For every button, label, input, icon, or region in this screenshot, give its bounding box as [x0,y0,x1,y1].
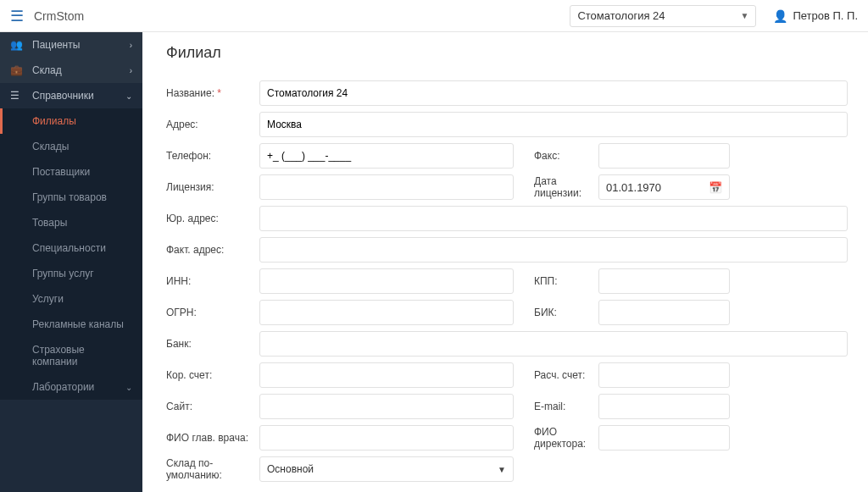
sidebar-item-label: Склад [32,64,62,76]
legal-address-input[interactable] [259,206,848,231]
sidebar-sub-products[interactable]: Товары [0,210,142,235]
sidebar-sub-services[interactable]: Услуги [0,286,142,312]
user-icon: 👤 [773,9,787,23]
label-email: E-mail: [529,401,598,412]
list-icon: ☰ [10,90,24,102]
branch-form: Название: * Адрес: Телефон: Факс: Лиценз… [166,80,848,492]
sidebar-item-stock[interactable]: 💼 Склад › [0,58,142,83]
sidebar-item-patients[interactable]: 👥 Пациенты › [0,32,142,58]
org-selector[interactable]: Стоматология 24 ▼ [570,5,756,27]
license-input[interactable] [259,174,514,200]
label-phone: Телефон: [166,150,259,162]
phone-input[interactable] [259,143,514,169]
sidebar-item-label: Справочники [32,90,94,102]
fact-address-input[interactable] [259,237,848,263]
app-brand: CrmStom [34,9,84,23]
label-kpp: КПП: [529,275,598,287]
user-menu[interactable]: 👤 Петров П. П. [773,9,858,23]
chevron-down-icon: ▼ [498,465,506,474]
patients-icon: 👥 [10,39,24,51]
sidebar: 👥 Пациенты › 💼 Склад › ☰ Справочники ⌄ Ф… [0,32,142,492]
director-input[interactable] [598,425,730,451]
label-default-stock: Склад по-умолчанию: [166,457,259,481]
sidebar-sub-specialties[interactable]: Специальности [0,235,142,261]
license-date-input[interactable]: 01.01.1970 📅 [598,174,730,200]
ras-acct-input[interactable] [598,362,730,388]
label-license: Лицензия: [166,181,259,193]
chevron-right-icon: › [130,41,132,50]
chevron-right-icon: › [130,66,132,75]
fax-input[interactable] [598,143,730,169]
label-inn: ИНН: [166,275,259,287]
label-fact-address: Факт. адрес: [166,244,259,256]
email-input[interactable] [598,394,730,419]
label-name: Название: * [166,87,259,99]
sidebar-sub-ad-channels[interactable]: Рекламные каналы [0,312,142,337]
label-bank: Банк: [166,338,259,350]
sidebar-sub-suppliers[interactable]: Поставщики [0,159,142,185]
sidebar-submenu-dicts: Филиалы Склады Поставщики Группы товаров… [0,108,142,400]
default-stock-value: Основной [267,463,314,475]
bank-input[interactable] [259,331,848,357]
sidebar-sub-product-groups[interactable]: Группы товаров [0,185,142,210]
user-name: Петров П. П. [793,9,858,22]
chevron-down-icon: ▼ [740,11,748,20]
kor-acct-input[interactable] [259,362,514,388]
address-input[interactable] [259,112,848,137]
main-content: Филиал Название: * Адрес: Телефон: Факс:… [142,32,868,492]
ogrn-input[interactable] [259,300,514,325]
label-director: ФИО директора: [529,426,598,450]
menu-toggle-icon[interactable]: ☰ [10,7,24,25]
name-input[interactable] [259,80,848,106]
topbar: ☰ CrmStom Стоматология 24 ▼ 👤 Петров П. … [0,0,868,32]
label-kor-acct: Кор. счет: [166,369,259,381]
site-input[interactable] [259,394,514,419]
sidebar-item-dicts[interactable]: ☰ Справочники ⌄ [0,83,142,108]
label-ogrn: ОГРН: [166,307,259,318]
sidebar-sub-labs[interactable]: Лаборатории ⌄ [0,374,142,400]
sidebar-sub-service-groups[interactable]: Группы услуг [0,261,142,286]
label-bik: БИК: [529,307,598,318]
kpp-input[interactable] [598,268,730,294]
head-doctor-input[interactable] [259,425,514,451]
briefcase-icon: 💼 [10,64,24,76]
chevron-down-icon: ⌄ [125,383,132,392]
sidebar-item-label: Пациенты [32,39,80,51]
label-license-date: Дата лицензии: [529,175,598,199]
label-site: Сайт: [166,401,259,412]
org-selector-value: Стоматология 24 [577,9,665,22]
chevron-down-icon: ⌄ [125,91,132,101]
label-legal-address: Юр. адрес: [166,213,259,224]
sidebar-sub-insurance[interactable]: Страховые компании [0,337,142,374]
bik-input[interactable] [598,300,730,325]
sidebar-sub-warehouses[interactable]: Склады [0,134,142,159]
default-stock-select[interactable]: Основной ▼ [259,456,514,482]
calendar-icon: 📅 [709,181,722,194]
license-date-value: 01.01.1970 [606,181,661,194]
label-head-doctor: ФИО глав. врача: [166,432,259,444]
label-address: Адрес: [166,119,259,130]
sidebar-sub-branches[interactable]: Филиалы [0,108,142,134]
page-title: Филиал [166,44,848,62]
label-ras-acct: Расч. счет: [529,369,598,381]
inn-input[interactable] [259,268,514,294]
label-fax: Факс: [529,150,598,162]
